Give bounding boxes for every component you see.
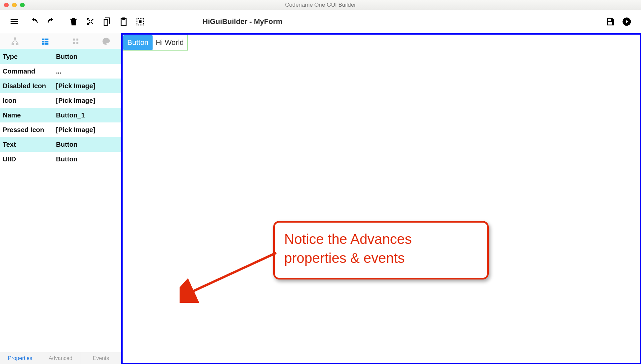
tab-events[interactable]: Events <box>81 352 121 364</box>
property-value[interactable]: Button <box>56 141 118 148</box>
property-value[interactable]: Button <box>56 155 118 163</box>
hamburger-icon <box>9 17 19 27</box>
redo-icon <box>46 17 56 27</box>
toolbar: HiGuiBuilder - MyForm <box>0 10 641 33</box>
property-value[interactable]: Button_1 <box>56 111 118 119</box>
property-key: Pressed Icon <box>3 126 56 134</box>
sidebar: TypeButton Command... Disabled Icon[Pick… <box>0 33 121 364</box>
clipboard-icon <box>119 17 129 27</box>
window-title: Codename One GUI Builder <box>285 2 356 8</box>
sidebar-top-tabs <box>0 33 121 49</box>
select-all-button[interactable] <box>132 13 149 30</box>
tree-icon <box>10 37 20 46</box>
property-row[interactable]: Disabled Icon[Pick Image] <box>0 79 121 93</box>
play-circle-icon <box>622 17 632 27</box>
title-bar: Codename One GUI Builder <box>0 0 641 10</box>
property-key: Name <box>3 111 56 119</box>
sidebar-bottom-tabs: Properties Advanced Events <box>0 352 121 364</box>
cut-button[interactable] <box>82 13 99 30</box>
sidebar-tab-grid[interactable] <box>61 33 91 49</box>
grid-icon <box>71 37 80 46</box>
trash-icon <box>69 17 79 27</box>
property-row[interactable]: TextButton <box>0 137 121 152</box>
property-row[interactable]: NameButton_1 <box>0 108 121 122</box>
undo-button[interactable] <box>26 13 43 30</box>
traffic-lights <box>0 3 25 7</box>
run-button[interactable] <box>618 13 635 30</box>
form-title-label: HiGuiBuilder - MyForm <box>203 17 283 26</box>
property-value[interactable]: [Pick Image] <box>56 97 118 104</box>
undo-icon <box>29 17 39 27</box>
list-icon <box>41 37 50 46</box>
scissors-icon <box>85 17 95 27</box>
property-key: Disabled Icon <box>3 82 56 90</box>
copy-button[interactable] <box>99 13 115 30</box>
save-button[interactable] <box>602 13 618 30</box>
minimize-icon[interactable] <box>12 3 17 7</box>
property-value[interactable]: [Pick Image] <box>56 82 118 90</box>
save-icon <box>605 17 615 27</box>
palette-icon <box>101 37 111 46</box>
property-value[interactable]: Button <box>56 53 118 61</box>
property-row[interactable]: Pressed Icon[Pick Image] <box>0 122 121 137</box>
maximize-icon[interactable] <box>20 3 25 7</box>
marquee-icon <box>135 17 145 27</box>
copy-icon <box>102 17 112 27</box>
property-key: Text <box>3 141 56 148</box>
property-key: Command <box>3 68 56 75</box>
sidebar-tab-list[interactable] <box>30 33 61 49</box>
property-row[interactable]: Icon[Pick Image] <box>0 93 121 108</box>
annotation-text: Notice the Advances properties & events <box>284 231 412 266</box>
redo-button[interactable] <box>43 13 59 30</box>
label-component[interactable]: Hi World <box>153 35 187 50</box>
property-value[interactable]: [Pick Image] <box>56 126 118 134</box>
selected-component-wrap[interactable]: Button Hi World <box>123 35 188 51</box>
button-component[interactable]: Button <box>123 35 153 50</box>
property-key: Icon <box>3 97 56 104</box>
tab-advanced[interactable]: Advanced <box>40 352 81 364</box>
property-row[interactable]: TypeButton <box>0 49 121 64</box>
delete-button[interactable] <box>65 13 82 30</box>
menu-button[interactable] <box>6 13 23 30</box>
property-row[interactable]: UIIDButton <box>0 152 121 166</box>
annotation-callout: Notice the Advances properties & events <box>273 221 489 279</box>
property-key: Type <box>3 53 56 61</box>
tab-properties[interactable]: Properties <box>0 352 40 364</box>
sidebar-tab-tree[interactable] <box>0 33 30 49</box>
property-row[interactable]: Command... <box>0 64 121 79</box>
property-key: UIID <box>3 155 56 163</box>
paste-button[interactable] <box>115 13 132 30</box>
close-icon[interactable] <box>4 3 9 7</box>
design-canvas[interactable]: Button Hi World Notice the Advances prop… <box>121 33 641 364</box>
property-list: TypeButton Command... Disabled Icon[Pick… <box>0 49 121 352</box>
sidebar-tab-palette[interactable] <box>91 33 121 49</box>
property-value[interactable]: ... <box>56 68 118 75</box>
form[interactable]: Button Hi World <box>121 33 641 364</box>
